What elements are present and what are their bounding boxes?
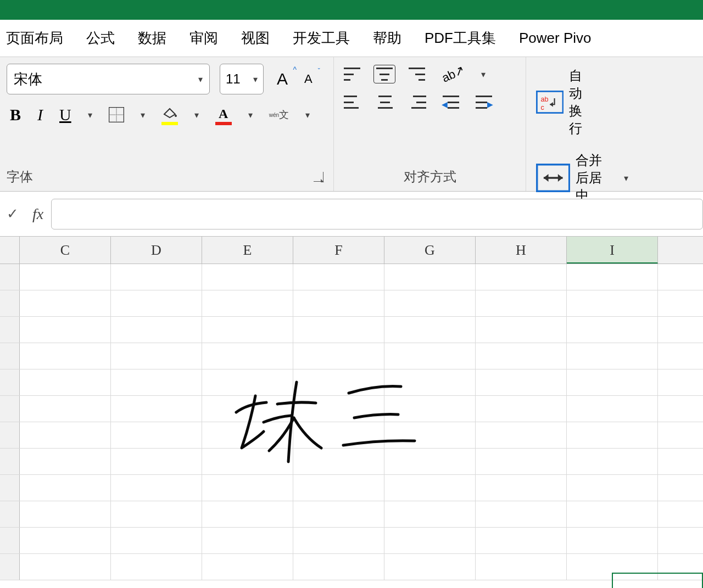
ribbon: 宋体 ▾ 11 ▾ A^ Aˇ B I U ▾ ▾ (0, 57, 703, 192)
align-left-icon (344, 96, 360, 109)
decrease-indent-icon: ◀ (443, 96, 459, 109)
grid[interactable]: 张三 (0, 264, 703, 588)
underline-dropdown[interactable]: ▾ (85, 107, 96, 124)
table-row[interactable] (0, 554, 703, 580)
formula-input[interactable] (51, 199, 703, 229)
table-row[interactable] (0, 317, 703, 343)
tab-pdf-tools[interactable]: PDF工具集 (421, 26, 499, 50)
formula-confirm-button[interactable]: ✓ (0, 202, 25, 226)
table-row[interactable] (0, 343, 703, 369)
svg-text:ab: ab (540, 96, 548, 103)
font-size-value: 11 (226, 71, 241, 87)
align-right-icon (410, 96, 426, 109)
row-header[interactable] (0, 422, 20, 448)
tab-data[interactable]: 数据 (135, 26, 170, 50)
fx-label[interactable]: fx (25, 205, 51, 223)
group-font: 宋体 ▾ 11 ▾ A^ Aˇ B I U ▾ ▾ (0, 57, 334, 191)
chevron-down-icon: ▾ (198, 74, 203, 85)
increase-font-size-button[interactable]: A^ (274, 66, 291, 92)
row-header[interactable] (0, 396, 20, 422)
align-left-button[interactable] (341, 92, 364, 112)
fill-color-icon (161, 107, 178, 123)
row-header[interactable] (0, 317, 20, 343)
orientation-button[interactable]: ab↗ (438, 64, 468, 85)
table-row[interactable] (0, 422, 703, 449)
align-top-button[interactable] (341, 64, 364, 84)
merge-center-icon (536, 164, 570, 192)
decrease-indent-button[interactable]: ◀ (439, 92, 462, 112)
borders-dropdown[interactable]: ▾ (137, 107, 148, 124)
window-titlebar (0, 0, 703, 20)
align-right-button[interactable] (406, 92, 429, 112)
tab-review[interactable]: 审阅 (186, 26, 221, 50)
col-header-I[interactable]: I (567, 237, 658, 264)
col-header-G[interactable]: G (384, 237, 476, 264)
select-all-corner[interactable] (0, 237, 20, 264)
group-font-label: 字体 (7, 168, 33, 186)
orientation-dropdown[interactable]: ▾ (478, 66, 489, 83)
row-header[interactable] (0, 475, 20, 501)
font-name-select[interactable]: 宋体 ▾ (7, 64, 210, 94)
italic-button[interactable]: I (34, 102, 46, 127)
table-row[interactable] (0, 528, 703, 554)
chevron-down-icon: ▾ (253, 74, 258, 85)
col-header-F[interactable]: F (293, 237, 384, 264)
worksheet: C D E F G H I 张三 (0, 237, 703, 588)
col-header-H[interactable]: H (476, 237, 567, 264)
underline-button[interactable]: U (56, 102, 75, 127)
table-row[interactable] (0, 264, 703, 290)
bold-button[interactable]: B (7, 102, 24, 127)
row-header[interactable] (0, 264, 20, 290)
row-header[interactable] (0, 554, 20, 580)
phonetic-dropdown[interactable]: ▾ (302, 107, 313, 124)
ribbon-tabs: 页面布局 公式 数据 审阅 视图 开发工具 帮助 PDF工具集 Power Pi… (0, 20, 703, 57)
align-bottom-button[interactable] (405, 64, 428, 84)
align-center-icon (377, 96, 393, 109)
tab-developer[interactable]: 开发工具 (289, 26, 353, 50)
tab-view[interactable]: 视图 (238, 26, 273, 50)
col-header-C[interactable]: C (20, 237, 111, 264)
merge-center-dropdown[interactable]: ▾ (621, 170, 632, 187)
font-dialog-launcher[interactable] (310, 169, 327, 185)
table-row[interactable] (0, 449, 703, 475)
increase-indent-button[interactable]: ▶ (472, 92, 495, 112)
decrease-font-size-button[interactable]: Aˇ (301, 69, 316, 89)
font-size-select[interactable]: 11 ▾ (220, 64, 264, 94)
row-header[interactable] (0, 501, 20, 527)
tab-page-layout[interactable]: 页面布局 (3, 26, 66, 50)
tab-formulas[interactable]: 公式 (83, 26, 118, 50)
phonetic-bottom: 文 (279, 108, 289, 121)
group-alignment-label: 对齐方式 (404, 168, 456, 186)
align-middle-button[interactable] (373, 65, 395, 83)
col-header-E[interactable]: E (202, 237, 293, 264)
align-center-button[interactable] (373, 92, 397, 112)
font-color-icon: A (215, 107, 232, 123)
formula-bar: ✓ fx (0, 192, 703, 237)
fill-color-button[interactable] (158, 103, 181, 126)
merge-center-label: 合并后居中 (576, 152, 607, 204)
table-row[interactable] (0, 369, 703, 396)
table-row[interactable] (0, 475, 703, 501)
row-header[interactable] (0, 528, 20, 553)
tab-help[interactable]: 帮助 (370, 26, 405, 50)
row-header[interactable] (0, 449, 20, 474)
wrap-text-button[interactable]: abc 自动换行 (533, 64, 598, 141)
phonetic-guide-button[interactable]: wén 文 (266, 105, 292, 125)
wrap-text-icon: abc (536, 91, 563, 114)
table-row[interactable] (0, 290, 703, 317)
row-header[interactable] (0, 369, 20, 395)
row-header[interactable] (0, 343, 20, 369)
font-name-value: 宋体 (14, 70, 42, 89)
table-row[interactable] (0, 501, 703, 528)
font-color-button[interactable]: A (212, 103, 235, 126)
col-header-D[interactable]: D (111, 237, 202, 264)
row-header[interactable] (0, 290, 20, 316)
launcher-icon (314, 172, 323, 182)
font-color-dropdown[interactable]: ▾ (245, 107, 256, 124)
borders-button[interactable] (105, 104, 127, 126)
column-headers: C D E F G H I (0, 237, 703, 264)
fill-color-dropdown[interactable]: ▾ (191, 107, 202, 124)
tab-power-pivot[interactable]: Power Pivo (516, 27, 595, 49)
wrap-text-label: 自动换行 (569, 67, 594, 137)
table-row[interactable] (0, 396, 703, 422)
